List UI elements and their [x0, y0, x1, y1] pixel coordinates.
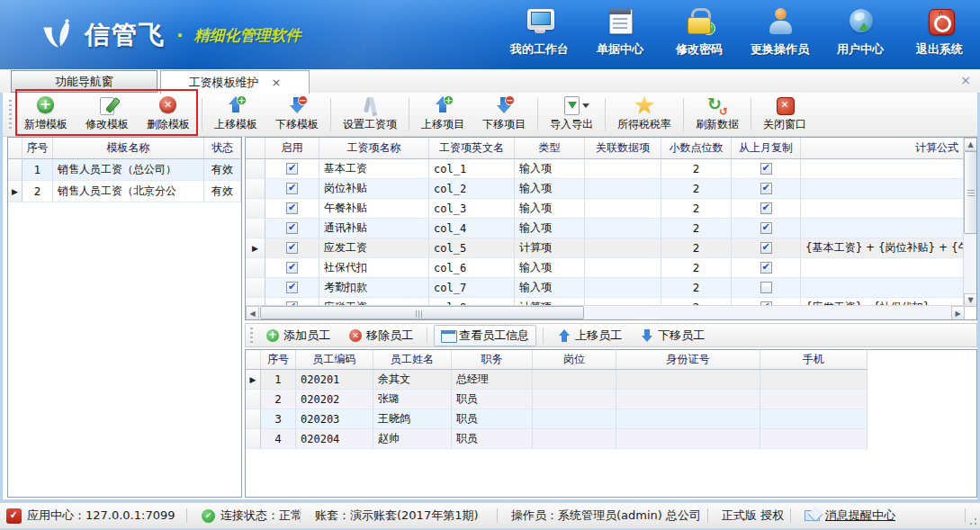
col-formula[interactable]: 计算公式 [801, 138, 965, 159]
cell-en-name: col_3 [429, 199, 515, 219]
move-employee-down-button[interactable]: 下移员工 [633, 325, 712, 346]
cell-emp-code: 020201 [296, 370, 373, 390]
col-item-en-name[interactable]: 工资项英文名 [429, 138, 515, 159]
operator-status: 操作员：系统管理员(admin) 总公司 [511, 503, 701, 528]
delete-template-button[interactable]: 删除模板 [138, 93, 199, 136]
copy-checkbox[interactable] [760, 242, 772, 254]
exit-system-button[interactable]: 退出系统 [912, 7, 967, 58]
tab-salary-template[interactable]: 工资模板维护 × [160, 70, 310, 94]
table-row[interactable]: 2 020202 张璐 职员 [246, 390, 868, 409]
col-copy-last-month[interactable]: 从上月复制 [732, 138, 801, 159]
copy-checkbox[interactable] [760, 282, 772, 293]
message-center-link[interactable]: 消息提醒中心 [805, 503, 895, 528]
scroll-left-icon[interactable]: ◀ [246, 306, 259, 320]
col-seq[interactable]: 序号 [261, 350, 296, 370]
horizontal-scrollbar[interactable]: ◀ ▶ [246, 305, 965, 319]
copy-checkbox[interactable] [760, 222, 772, 234]
enabled-checkbox[interactable] [286, 183, 298, 194]
table-row[interactable]: 考勤扣款 col_7 输入项 2 [246, 278, 965, 298]
vertical-scrollbar[interactable]: ▲ ▼ [963, 138, 976, 307]
scroll-right-icon[interactable]: ▶ [951, 306, 965, 320]
toolbar-grip[interactable] [250, 328, 253, 345]
scrollbar-thumb[interactable] [964, 151, 977, 234]
col-decimals[interactable]: 小数点位数 [661, 138, 732, 159]
table-row[interactable]: 午餐补贴 col_3 输入项 2 [246, 199, 965, 219]
cell-formula: {基本工资} + {岗位补贴} + {午 [801, 238, 965, 258]
cell-assoc [585, 238, 661, 258]
col-title[interactable]: 职务 [452, 350, 533, 370]
table-row-selected[interactable]: ▶ 应发工资 col_5 计算项 2 {基本工资} + {岗位补贴} + {午 [246, 238, 965, 258]
move-item-down-button[interactable]: − 下移项目 [473, 93, 535, 136]
set-salary-items-button[interactable]: 设置工资项 [334, 93, 406, 136]
view-employee-info-button[interactable]: 查看员工信息 [434, 325, 536, 346]
scroll-up-icon[interactable]: ▲ [964, 138, 977, 151]
table-row[interactable]: 基本工资 col_1 输入项 2 [246, 159, 965, 179]
edit-template-button[interactable]: 修改模板 [76, 93, 138, 136]
cell-assoc [585, 278, 661, 298]
arrow-up-icon [557, 328, 571, 343]
table-row[interactable]: 4 020204 赵帅 职员 [246, 429, 868, 449]
close-window-button[interactable]: 关闭窗口 [754, 93, 815, 136]
import-export-button[interactable]: 导入导出 [541, 93, 602, 136]
col-id-card[interactable]: 身份证号 [616, 350, 760, 370]
col-emp-code[interactable]: 员工编码 [296, 350, 373, 370]
table-row-selected[interactable]: ▶ 1 020201 余其文 总经理 [246, 370, 868, 390]
col-seq[interactable]: 序号 [22, 138, 53, 159]
tabstrip-close-icon[interactable]: × [960, 73, 971, 87]
refresh-data-button[interactable]: 刷新数据 [687, 93, 748, 136]
col-template-name[interactable]: 模板名称 [53, 138, 204, 159]
cell-emp-name: 余其文 [373, 370, 452, 390]
resize-grip[interactable] [968, 517, 977, 526]
scrollbar-thumb[interactable] [260, 306, 584, 319]
arrow-down-icon [640, 328, 654, 343]
add-template-button[interactable]: 新增模板 [15, 93, 76, 136]
my-workbench-button[interactable]: 我的工作台 [510, 7, 569, 58]
toolbar-grip[interactable] [9, 100, 12, 130]
copy-checkbox[interactable] [760, 163, 772, 175]
add-employee-button[interactable]: 添加员工 [258, 325, 337, 346]
enabled-checkbox[interactable] [286, 163, 298, 175]
col-status[interactable]: 状态 [204, 138, 241, 159]
cell-decimals: 2 [661, 219, 732, 238]
copy-checkbox[interactable] [760, 183, 772, 194]
cell-seq: 1 [261, 370, 296, 390]
change-password-button[interactable]: ✓ 修改密码 [671, 7, 727, 58]
enabled-checkbox[interactable] [286, 282, 298, 293]
move-employee-up-button[interactable]: 上移员工 [550, 325, 629, 346]
table-row[interactable]: 社保代扣 col_6 输入项 2 [246, 258, 965, 278]
table-row[interactable]: 通讯补贴 col_4 输入项 2 [246, 219, 965, 238]
col-phone[interactable]: 手机 [760, 350, 868, 370]
person-icon [762, 7, 798, 38]
move-item-up-button[interactable]: + 上移项目 [412, 93, 473, 136]
scroll-down-icon[interactable]: ▼ [964, 293, 977, 307]
move-template-down-button[interactable]: − 下移模板 [266, 93, 328, 136]
col-item-name[interactable]: 工资项名称 [319, 138, 429, 159]
document-center-button[interactable]: 单据中心 [592, 7, 648, 58]
enabled-checkbox[interactable] [286, 242, 298, 254]
move-template-up-button[interactable]: + 上移模板 [205, 93, 266, 136]
tab-function-nav[interactable]: 功能导航窗 [11, 70, 157, 93]
enabled-checkbox[interactable] [286, 222, 298, 234]
employee-list-panel: 序号 员工编码 员工姓名 职务 岗位 身份证号 手机 ▶ 1 020201 余其… [245, 349, 977, 498]
copy-checkbox[interactable] [760, 202, 772, 214]
table-row[interactable]: 岗位补贴 col_2 输入项 2 [246, 179, 965, 199]
user-center-button[interactable]: 用户中心 [832, 7, 888, 58]
switch-operator-button[interactable]: 更换操作员 [751, 7, 809, 58]
table-row[interactable]: 1 销售人员工资（总公司） 有效 [8, 159, 241, 181]
cell-type: 输入项 [515, 159, 585, 179]
enabled-checkbox[interactable] [286, 202, 298, 214]
enabled-checkbox[interactable] [286, 262, 298, 274]
cell-type: 计算项 [515, 238, 585, 258]
remove-employee-button[interactable]: 移除员工 [341, 325, 420, 346]
income-tax-rate-button[interactable]: 所得税税率 [608, 93, 680, 136]
copy-checkbox[interactable] [760, 262, 772, 274]
table-row[interactable]: ▶ 2 销售人员工资（北京分公 有效 [8, 181, 241, 202]
col-assoc-data[interactable]: 关联数据项 [585, 138, 661, 159]
tab-close-icon[interactable]: × [272, 76, 282, 89]
col-enabled[interactable]: 启用 [265, 138, 319, 159]
col-post[interactable]: 岗位 [533, 350, 616, 370]
col-type[interactable]: 类型 [515, 138, 585, 159]
cell-item-name: 午餐补贴 [319, 199, 429, 219]
col-emp-name[interactable]: 员工姓名 [373, 350, 452, 370]
table-row[interactable]: 3 020203 王晓鸽 职员 [246, 409, 868, 429]
